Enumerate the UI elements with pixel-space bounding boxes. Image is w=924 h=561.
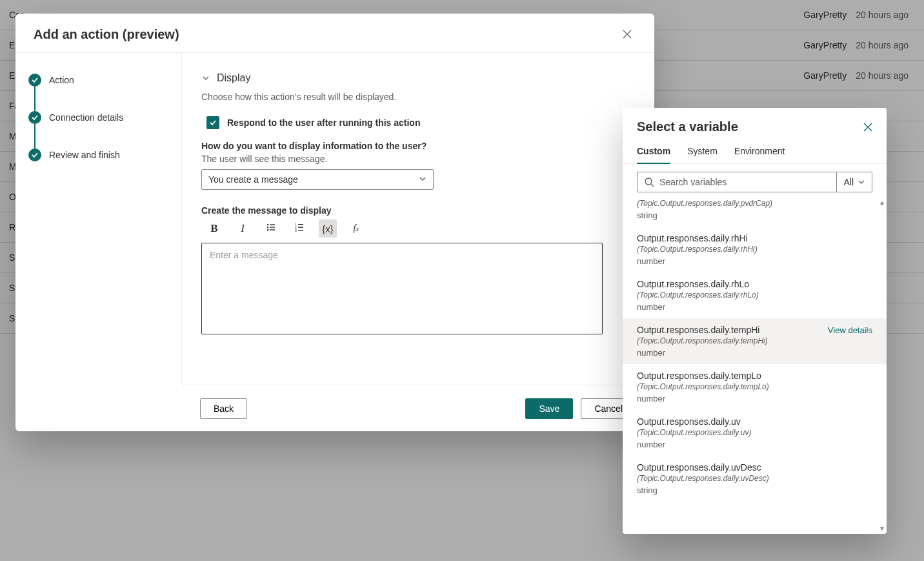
variable-search-box[interactable] [637, 172, 836, 192]
modal-footer: Back Save Cancel [182, 385, 654, 431]
variable-path: (Topic.Output.responses.daily.uv) [637, 428, 872, 437]
bold-button[interactable]: B [205, 219, 223, 238]
step-check-icon [28, 111, 41, 124]
variable-type: string [637, 485, 872, 495]
svg-point-2 [267, 227, 268, 228]
variable-tab-environment[interactable]: Environment [734, 146, 785, 163]
svg-point-12 [645, 178, 652, 185]
bold-icon: B [210, 222, 217, 235]
close-variable-panel-button[interactable] [863, 123, 872, 132]
modal-content: Display Choose how this action's result … [182, 53, 654, 385]
variable-name: Output.responses.daily.rhHi [637, 233, 748, 243]
variable-name: Output.responses.daily.uvDesc [637, 462, 761, 473]
back-button[interactable]: Back [200, 398, 247, 419]
variable-item[interactable]: Output.responses.daily.rhHi(Topic.Output… [623, 227, 887, 272]
editor-toolbar: B I 123 {x} fx [201, 219, 638, 238]
variable-item[interactable]: Output.responses.daily.uvDesc(Topic.Outp… [623, 456, 887, 502]
step-label: Review and finish [49, 150, 120, 160]
variable-type: number [637, 440, 872, 449]
variable-type: string [637, 210, 872, 220]
variable-filter-dropdown[interactable]: All [836, 172, 872, 192]
formula-icon: fx [354, 223, 359, 234]
number-list-icon: 123 [294, 222, 305, 235]
step-label: Action [49, 75, 74, 85]
italic-button[interactable]: I [234, 219, 252, 238]
section-description: Choose how this action's result will be … [201, 92, 638, 102]
variable-path: (Topic.Output.responses.daily.rhLo) [637, 291, 872, 300]
variable-path: (Topic.Output.responses.daily.pvdrCap) [637, 199, 872, 208]
select-value: You create a message [208, 174, 298, 185]
filter-label: All [843, 177, 854, 187]
svg-rect-7 [298, 224, 303, 225]
svg-rect-5 [270, 229, 275, 230]
variable-type: number [637, 302, 872, 312]
variable-list[interactable]: ▲ ▼ (Topic.Output.responses.daily.pvdrCa… [623, 198, 887, 534]
create-message-label: Create the message to display [201, 205, 638, 216]
svg-text:3: 3 [295, 229, 297, 232]
variable-name: Output.responses.daily.tempHi [637, 325, 759, 335]
variable-type: number [637, 394, 872, 403]
variable-path: (Topic.Output.responses.daily.rhHi) [637, 245, 872, 254]
svg-rect-11 [298, 230, 303, 230]
display-section-toggle[interactable]: Display [201, 72, 638, 84]
svg-rect-1 [270, 224, 275, 225]
chevron-down-icon [858, 178, 865, 186]
save-button[interactable]: Save [525, 398, 573, 419]
step-check-icon [28, 148, 41, 161]
modal-title: Add an action (preview) [34, 27, 179, 42]
variable-name: Output.responses.daily.rhLo [637, 279, 749, 289]
display-mode-select[interactable]: You create a message [201, 169, 434, 190]
insert-formula-button[interactable]: fx [347, 219, 365, 238]
wizard-stepper: ActionConnection detailsReview and finis… [15, 53, 182, 385]
variable-panel-title: Select a variable [637, 119, 738, 134]
chevron-down-icon [201, 74, 210, 83]
modal-header: Add an action (preview) [15, 14, 654, 53]
message-editor[interactable]: Enter a message [201, 243, 603, 334]
scroll-up-arrow-icon: ▲ [879, 199, 887, 207]
step-check-icon [28, 74, 41, 87]
variable-icon: {x} [322, 223, 334, 234]
variable-item[interactable]: Output.responses.daily.tempHiView detail… [623, 318, 887, 364]
number-list-button[interactable]: 123 [290, 219, 308, 238]
search-icon [644, 177, 654, 187]
editor-placeholder: Enter a message [210, 250, 278, 260]
bullet-list-icon [266, 222, 276, 235]
select-variable-panel: Select a variable CustomSystemEnvironmen… [623, 108, 887, 534]
variable-item[interactable]: Output.responses.daily.uv(Topic.Output.r… [623, 410, 887, 456]
modal-body: ActionConnection detailsReview and finis… [15, 53, 654, 385]
step-label: Connection details [49, 112, 123, 123]
variable-name: Output.responses.daily.tempLo [637, 371, 761, 381]
variable-item[interactable]: Output.responses.daily.rhLo(Topic.Output… [623, 272, 887, 318]
display-sub-label: The user will see this message. [201, 154, 638, 164]
close-icon [863, 123, 872, 132]
variable-panel-header: Select a variable [623, 108, 887, 141]
italic-icon: I [241, 222, 245, 235]
stepper-step[interactable]: Connection details [28, 111, 170, 148]
variable-type: number [637, 348, 872, 358]
respond-checkbox-label: Respond to the user after running this a… [227, 117, 420, 128]
insert-variable-button[interactable]: {x} [319, 219, 337, 238]
variable-search-input[interactable] [659, 177, 830, 187]
variable-search-row: All [623, 164, 887, 198]
variable-name: Output.responses.daily.uv [637, 416, 741, 427]
variable-path: (Topic.Output.responses.daily.uvDesc) [637, 474, 872, 483]
stepper-step[interactable]: Action [28, 74, 170, 111]
section-title: Display [217, 72, 250, 84]
svg-point-0 [267, 224, 268, 225]
view-details-link[interactable]: View details [828, 325, 872, 335]
bullet-list-button[interactable] [262, 219, 280, 238]
variable-tab-system[interactable]: System [687, 146, 718, 163]
variable-path: (Topic.Output.responses.daily.tempLo) [637, 382, 872, 391]
variable-type: number [637, 256, 872, 266]
variable-item[interactable]: Output.responses.daily.tempLo(Topic.Outp… [623, 364, 887, 410]
variable-tab-custom[interactable]: Custom [637, 146, 670, 164]
display-question-label: How do you want to display information t… [201, 141, 638, 151]
stepper-step[interactable]: Review and finish [28, 148, 170, 161]
variable-path: (Topic.Output.responses.daily.tempHi) [637, 336, 872, 345]
close-modal-button[interactable] [618, 25, 636, 43]
respond-checkbox-row[interactable]: Respond to the user after running this a… [206, 116, 638, 129]
close-icon [623, 30, 632, 39]
svg-point-4 [267, 229, 268, 230]
variable-item[interactable]: (Topic.Output.responses.daily.pvdrCap)st… [623, 199, 887, 227]
svg-rect-9 [298, 227, 303, 228]
